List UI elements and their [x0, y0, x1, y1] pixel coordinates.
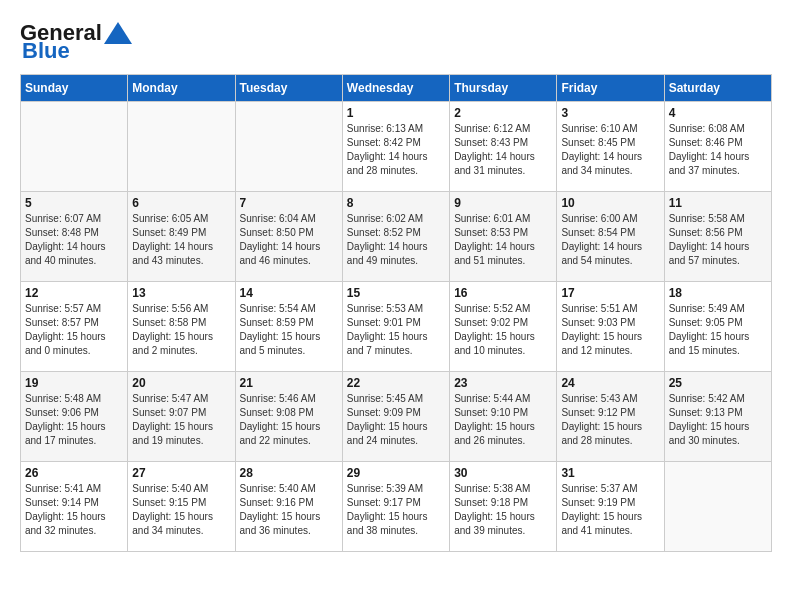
calendar-week-row: 12Sunrise: 5:57 AMSunset: 8:57 PMDayligh…: [21, 282, 772, 372]
calendar-day-cell: 19Sunrise: 5:48 AMSunset: 9:06 PMDayligh…: [21, 372, 128, 462]
day-number: 6: [132, 196, 230, 210]
day-info: Sunrise: 6:08 AMSunset: 8:46 PMDaylight:…: [669, 122, 767, 178]
calendar-day-cell: [664, 462, 771, 552]
day-number: 7: [240, 196, 338, 210]
calendar-day-cell: 30Sunrise: 5:38 AMSunset: 9:18 PMDayligh…: [450, 462, 557, 552]
day-number: 19: [25, 376, 123, 390]
page-header: General Blue: [20, 20, 772, 64]
calendar-day-cell: 31Sunrise: 5:37 AMSunset: 9:19 PMDayligh…: [557, 462, 664, 552]
day-info: Sunrise: 5:40 AMSunset: 9:15 PMDaylight:…: [132, 482, 230, 538]
calendar-day-cell: 27Sunrise: 5:40 AMSunset: 9:15 PMDayligh…: [128, 462, 235, 552]
calendar-day-cell: 11Sunrise: 5:58 AMSunset: 8:56 PMDayligh…: [664, 192, 771, 282]
calendar-week-row: 19Sunrise: 5:48 AMSunset: 9:06 PMDayligh…: [21, 372, 772, 462]
day-number: 11: [669, 196, 767, 210]
logo-arrow-icon: [104, 22, 132, 44]
logo: General Blue: [20, 20, 132, 64]
day-info: Sunrise: 5:57 AMSunset: 8:57 PMDaylight:…: [25, 302, 123, 358]
weekday-header-sunday: Sunday: [21, 75, 128, 102]
day-info: Sunrise: 5:52 AMSunset: 9:02 PMDaylight:…: [454, 302, 552, 358]
calendar-week-row: 5Sunrise: 6:07 AMSunset: 8:48 PMDaylight…: [21, 192, 772, 282]
day-number: 9: [454, 196, 552, 210]
day-number: 14: [240, 286, 338, 300]
day-info: Sunrise: 5:58 AMSunset: 8:56 PMDaylight:…: [669, 212, 767, 268]
calendar-day-cell: 6Sunrise: 6:05 AMSunset: 8:49 PMDaylight…: [128, 192, 235, 282]
day-info: Sunrise: 5:45 AMSunset: 9:09 PMDaylight:…: [347, 392, 445, 448]
day-info: Sunrise: 5:51 AMSunset: 9:03 PMDaylight:…: [561, 302, 659, 358]
day-number: 18: [669, 286, 767, 300]
day-info: Sunrise: 5:37 AMSunset: 9:19 PMDaylight:…: [561, 482, 659, 538]
calendar-day-cell: 10Sunrise: 6:00 AMSunset: 8:54 PMDayligh…: [557, 192, 664, 282]
day-number: 8: [347, 196, 445, 210]
day-info: Sunrise: 6:04 AMSunset: 8:50 PMDaylight:…: [240, 212, 338, 268]
calendar-table: SundayMondayTuesdayWednesdayThursdayFrid…: [20, 74, 772, 552]
calendar-day-cell: 7Sunrise: 6:04 AMSunset: 8:50 PMDaylight…: [235, 192, 342, 282]
calendar-day-cell: [235, 102, 342, 192]
day-info: Sunrise: 5:48 AMSunset: 9:06 PMDaylight:…: [25, 392, 123, 448]
day-number: 4: [669, 106, 767, 120]
calendar-week-row: 26Sunrise: 5:41 AMSunset: 9:14 PMDayligh…: [21, 462, 772, 552]
calendar-day-cell: [128, 102, 235, 192]
day-number: 25: [669, 376, 767, 390]
day-info: Sunrise: 5:44 AMSunset: 9:10 PMDaylight:…: [454, 392, 552, 448]
calendar-week-row: 1Sunrise: 6:13 AMSunset: 8:42 PMDaylight…: [21, 102, 772, 192]
day-number: 3: [561, 106, 659, 120]
day-number: 30: [454, 466, 552, 480]
day-info: Sunrise: 5:41 AMSunset: 9:14 PMDaylight:…: [25, 482, 123, 538]
calendar-day-cell: 1Sunrise: 6:13 AMSunset: 8:42 PMDaylight…: [342, 102, 449, 192]
day-info: Sunrise: 5:53 AMSunset: 9:01 PMDaylight:…: [347, 302, 445, 358]
calendar-day-cell: 24Sunrise: 5:43 AMSunset: 9:12 PMDayligh…: [557, 372, 664, 462]
weekday-header-saturday: Saturday: [664, 75, 771, 102]
day-info: Sunrise: 5:49 AMSunset: 9:05 PMDaylight:…: [669, 302, 767, 358]
day-number: 22: [347, 376, 445, 390]
day-number: 21: [240, 376, 338, 390]
day-number: 26: [25, 466, 123, 480]
calendar-day-cell: 25Sunrise: 5:42 AMSunset: 9:13 PMDayligh…: [664, 372, 771, 462]
weekday-header-friday: Friday: [557, 75, 664, 102]
calendar-day-cell: 26Sunrise: 5:41 AMSunset: 9:14 PMDayligh…: [21, 462, 128, 552]
day-number: 24: [561, 376, 659, 390]
calendar-day-cell: 29Sunrise: 5:39 AMSunset: 9:17 PMDayligh…: [342, 462, 449, 552]
calendar-day-cell: 15Sunrise: 5:53 AMSunset: 9:01 PMDayligh…: [342, 282, 449, 372]
day-info: Sunrise: 5:47 AMSunset: 9:07 PMDaylight:…: [132, 392, 230, 448]
weekday-header-monday: Monday: [128, 75, 235, 102]
day-info: Sunrise: 6:01 AMSunset: 8:53 PMDaylight:…: [454, 212, 552, 268]
day-number: 5: [25, 196, 123, 210]
calendar-day-cell: 5Sunrise: 6:07 AMSunset: 8:48 PMDaylight…: [21, 192, 128, 282]
calendar-day-cell: 16Sunrise: 5:52 AMSunset: 9:02 PMDayligh…: [450, 282, 557, 372]
day-info: Sunrise: 5:54 AMSunset: 8:59 PMDaylight:…: [240, 302, 338, 358]
day-number: 17: [561, 286, 659, 300]
calendar-day-cell: 12Sunrise: 5:57 AMSunset: 8:57 PMDayligh…: [21, 282, 128, 372]
day-info: Sunrise: 6:12 AMSunset: 8:43 PMDaylight:…: [454, 122, 552, 178]
day-number: 28: [240, 466, 338, 480]
calendar-day-cell: [21, 102, 128, 192]
day-number: 15: [347, 286, 445, 300]
day-number: 27: [132, 466, 230, 480]
calendar-day-cell: 8Sunrise: 6:02 AMSunset: 8:52 PMDaylight…: [342, 192, 449, 282]
calendar-day-cell: 28Sunrise: 5:40 AMSunset: 9:16 PMDayligh…: [235, 462, 342, 552]
day-info: Sunrise: 6:13 AMSunset: 8:42 PMDaylight:…: [347, 122, 445, 178]
day-info: Sunrise: 5:43 AMSunset: 9:12 PMDaylight:…: [561, 392, 659, 448]
day-info: Sunrise: 5:46 AMSunset: 9:08 PMDaylight:…: [240, 392, 338, 448]
day-number: 10: [561, 196, 659, 210]
svg-marker-0: [104, 22, 132, 44]
logo-blue: Blue: [22, 38, 70, 64]
calendar-day-cell: 2Sunrise: 6:12 AMSunset: 8:43 PMDaylight…: [450, 102, 557, 192]
day-number: 12: [25, 286, 123, 300]
day-number: 31: [561, 466, 659, 480]
day-info: Sunrise: 5:42 AMSunset: 9:13 PMDaylight:…: [669, 392, 767, 448]
day-info: Sunrise: 5:56 AMSunset: 8:58 PMDaylight:…: [132, 302, 230, 358]
calendar-day-cell: 13Sunrise: 5:56 AMSunset: 8:58 PMDayligh…: [128, 282, 235, 372]
calendar-day-cell: 22Sunrise: 5:45 AMSunset: 9:09 PMDayligh…: [342, 372, 449, 462]
calendar-day-cell: 3Sunrise: 6:10 AMSunset: 8:45 PMDaylight…: [557, 102, 664, 192]
day-number: 20: [132, 376, 230, 390]
weekday-header-thursday: Thursday: [450, 75, 557, 102]
day-number: 1: [347, 106, 445, 120]
calendar-day-cell: 20Sunrise: 5:47 AMSunset: 9:07 PMDayligh…: [128, 372, 235, 462]
day-info: Sunrise: 5:39 AMSunset: 9:17 PMDaylight:…: [347, 482, 445, 538]
calendar-day-cell: 17Sunrise: 5:51 AMSunset: 9:03 PMDayligh…: [557, 282, 664, 372]
day-number: 2: [454, 106, 552, 120]
calendar-day-cell: 23Sunrise: 5:44 AMSunset: 9:10 PMDayligh…: [450, 372, 557, 462]
day-info: Sunrise: 6:02 AMSunset: 8:52 PMDaylight:…: [347, 212, 445, 268]
day-number: 13: [132, 286, 230, 300]
day-number: 29: [347, 466, 445, 480]
